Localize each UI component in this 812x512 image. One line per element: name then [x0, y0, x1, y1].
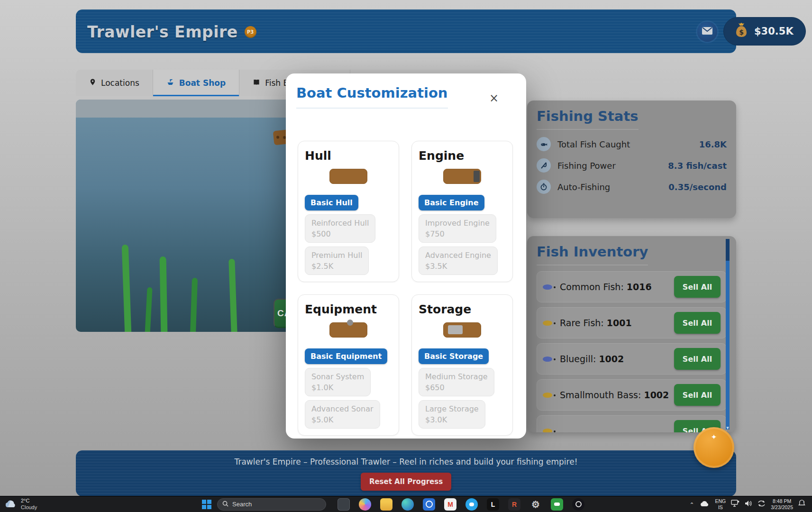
taskbar-app-icon[interactable]: M [444, 498, 456, 511]
notification-bell-icon[interactable]: z [798, 500, 805, 509]
taskbar-app-icon[interactable] [359, 498, 371, 511]
onedrive-cloud-icon[interactable] [700, 500, 710, 509]
upgrade-name: Reinforced Hull [311, 219, 369, 228]
tray-chevron-icon[interactable]: ⌃ [689, 502, 694, 508]
map-pin-icon [89, 78, 96, 88]
fishing-stats-title: Fishing Stats [537, 108, 639, 130]
inventory-label: Bluegill: 1002 [560, 354, 624, 364]
upgrade-price: $500 [311, 229, 369, 238]
tab-boat-shop[interactable]: Boat Shop [153, 70, 239, 96]
boat-part-sprite [443, 169, 481, 184]
selected-part-button[interactable]: Basic Storage [419, 348, 489, 364]
upgrade-option-button[interactable]: Sonar System $1.0K [305, 368, 371, 396]
money-bag-icon: $ [734, 22, 748, 41]
display-connect-icon[interactable] [731, 500, 739, 509]
stat-icon [537, 158, 551, 173]
upgrade-price: $650 [425, 383, 488, 392]
modal-title: Boat Customization [296, 85, 448, 109]
scrollbar-thumb[interactable] [726, 239, 730, 261]
upgrade-option-button[interactable]: Reinforced Hull $500 [305, 214, 375, 243]
selected-part-button[interactable]: Basic Equipment [305, 348, 387, 364]
stat-value: 0.35/second [668, 182, 727, 192]
fish-icon [540, 140, 548, 148]
fish-inventory-panel: Fish Inventory Common Fish: 1016 Sell Al… [527, 236, 736, 432]
taskbar-app-icon[interactable] [423, 498, 435, 511]
inventory-row: Rare Fish: 1001 Sell All [537, 307, 727, 338]
money-amount: $30.5K [754, 26, 794, 37]
boat-part-sprite [329, 322, 367, 338]
kelp-stalk [122, 245, 132, 332]
network-sync-icon[interactable] [757, 500, 766, 509]
inventory-scrollbar[interactable]: ▼ [726, 239, 730, 430]
search-input[interactable] [232, 501, 313, 508]
upgrade-name: Advanced Engine [425, 251, 491, 260]
scrollbar-down-arrow[interactable]: ▼ [726, 426, 730, 430]
inventory-row: Bluegill: 1002 Sell All [537, 343, 727, 375]
prestige-floating-button[interactable]: ✦ [693, 427, 734, 468]
customization-card: Hull Basic Hull Reinforced Hull $500 Pre… [298, 141, 399, 282]
taskbar-search[interactable] [217, 498, 326, 511]
part-preview [418, 316, 507, 344]
upgrade-option-button[interactable]: Improved Engine $750 [419, 214, 496, 243]
stats-rows: Total Fish Caught 16.8K Fishing Power 8.… [537, 137, 727, 194]
inventory-count: 1001 [607, 318, 632, 328]
reset-progress-button[interactable]: Reset All Progress [361, 473, 451, 491]
taskbar-app-icon[interactable] [338, 498, 350, 511]
page-title: Trawler's Empire [87, 23, 238, 41]
windows-taskbar: 2°C Cloudy MLR⚙ ⌃ ENG IS 8:48 PM [0, 496, 812, 512]
tab-locations[interactable]: Locations [76, 70, 153, 96]
taskbar-app-icon[interactable] [551, 498, 563, 511]
weather-temp: 2°C [21, 498, 37, 504]
taskbar-weather-widget[interactable]: 2°C Cloudy [5, 498, 37, 510]
equipment-knob [347, 320, 353, 326]
speaker-icon[interactable] [745, 500, 752, 509]
card-title: Engine [419, 149, 507, 163]
taskbar-app-icon[interactable]: ⚙ [529, 498, 542, 511]
start-button[interactable] [202, 500, 211, 509]
taskbar-clock[interactable]: 8:48 PM 3/23/2025 [771, 498, 793, 510]
inventory-count: 1002 [599, 354, 624, 364]
language-indicator[interactable]: ENG IS [715, 498, 726, 510]
boat-customization-modal: Boat Customization × Hull Basic Hull Rei… [286, 73, 526, 439]
upgrade-option-button[interactable]: Advanced Engine $3.5K [419, 247, 498, 275]
upgrade-price: $2.5K [311, 262, 362, 271]
footer-tagline: Trawler's Empire – Professional Trawler … [76, 450, 736, 466]
stat-row: Fishing Power 8.3 fish/cast [537, 158, 727, 173]
upgrade-option-button[interactable]: Large Storage $3.0K [419, 400, 485, 429]
part-preview [304, 316, 393, 344]
sell-all-button[interactable]: Sell All [674, 276, 721, 298]
stat-icon [537, 180, 551, 194]
sell-all-button[interactable]: Sell All [674, 348, 721, 370]
close-icon[interactable]: × [489, 92, 499, 104]
inventory-row: Common Fish: 1016 Sell All [537, 271, 727, 302]
star-icon: ✦ [711, 433, 717, 441]
upgrade-name: Advanced Sonar [311, 404, 374, 413]
taskbar-apps: MLR⚙ [338, 498, 584, 511]
mail-button[interactable] [697, 22, 717, 42]
upgrade-price: $5.0K [311, 415, 374, 424]
selected-part-button[interactable]: Basic Hull [305, 195, 358, 210]
part-preview [304, 163, 393, 190]
stat-icon [537, 137, 551, 151]
upgrade-name: Sonar System [311, 372, 364, 381]
sell-all-button[interactable]: Sell All [674, 384, 721, 406]
taskbar-app-icon[interactable]: L [487, 498, 499, 511]
sell-all-button[interactable]: Sell All [674, 312, 721, 334]
taskbar-app-icon[interactable] [380, 498, 392, 511]
fish-icon [543, 393, 552, 398]
kelp-stalk [228, 259, 237, 332]
taskbar-app-icon[interactable] [401, 498, 414, 511]
kelp-stalk [160, 256, 168, 332]
upgrade-option-button[interactable]: Medium Storage $650 [419, 368, 494, 396]
taskbar-app-icon[interactable] [465, 498, 478, 511]
taskbar-app-icon[interactable] [572, 498, 584, 511]
inventory-row: Sell All [537, 415, 727, 432]
customization-card: Engine Basic Engine Improved Engine $750… [411, 141, 513, 282]
inventory-label: Rare Fish: 1001 [560, 318, 632, 328]
upgrade-option-button[interactable]: Advanced Sonar $5.0K [305, 400, 380, 429]
taskbar-app-icon[interactable]: R [508, 498, 520, 511]
svg-text:$: $ [739, 28, 744, 36]
system-tray: ⌃ ENG IS 8:48 PM 3/23/2025 z [689, 498, 805, 510]
selected-part-button[interactable]: Basic Engine [419, 195, 484, 210]
upgrade-option-button[interactable]: Premium Hull $2.5K [305, 247, 369, 275]
